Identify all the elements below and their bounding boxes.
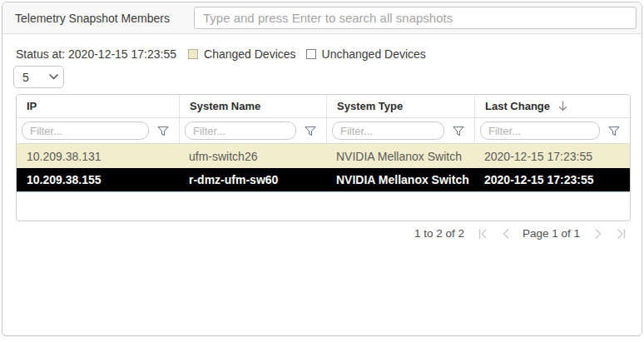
first-page-icon[interactable] xyxy=(477,229,488,239)
next-page-icon[interactable] xyxy=(594,229,602,239)
filter-funnel-icon[interactable] xyxy=(157,126,169,136)
table-filter-row xyxy=(17,118,630,144)
status-row: Status at: 2020-12-15 17:23:55 Changed D… xyxy=(16,47,436,61)
cell-system-name: r-dmz-ufm-sw60 xyxy=(179,173,326,186)
status-timestamp: 2020-12-15 17:23:55 xyxy=(68,47,176,61)
previous-page-icon[interactable] xyxy=(502,229,510,239)
table-header-row: IP System Name System Type Last Change xyxy=(17,95,630,118)
panel-title: Telemetry Snapshot Members xyxy=(15,12,170,25)
status-text: Status at: 2020-12-15 17:23:55 xyxy=(16,47,176,61)
sort-desc-icon xyxy=(558,101,567,112)
column-header-label: System Name xyxy=(190,100,260,112)
legend-unchanged-label: Unchanged Devices xyxy=(322,47,426,61)
table-row-selected[interactable]: 10.209.38.155 r-dmz-ufm-sw60 NVIDIA Mell… xyxy=(17,168,630,192)
cell-system-type: NVIDIA Mellanox Switch xyxy=(326,150,474,163)
page-indicator-text: Page 1 of 1 xyxy=(523,227,580,240)
status-label: Status at: xyxy=(16,47,65,61)
legend-unchanged-devices[interactable]: Unchanged Devices xyxy=(306,47,426,61)
filter-cell-system-type xyxy=(326,118,474,143)
column-header-label: System Type xyxy=(337,100,403,112)
column-header-system-type[interactable]: System Type xyxy=(326,95,474,117)
column-header-label: IP xyxy=(27,100,37,112)
filter-input-system-type[interactable] xyxy=(332,121,444,140)
filter-input-ip[interactable] xyxy=(22,121,149,140)
cell-last-change: 2020-12-15 17:23:55 xyxy=(474,173,630,186)
column-header-label: Last Change xyxy=(485,100,550,112)
cell-system-type: NVIDIA Mellanox Switch xyxy=(326,173,474,186)
cell-last-change: 2020-12-15 17:23:55 xyxy=(474,150,630,163)
unchanged-devices-checkbox-icon[interactable] xyxy=(306,49,316,59)
cell-ip: 10.209.38.155 xyxy=(17,173,179,186)
panel-header: Telemetry Snapshot Members xyxy=(2,2,642,34)
table-row[interactable]: 10.209.38.131 ufm-switch26 NVIDIA Mellan… xyxy=(17,144,630,168)
search-input[interactable] xyxy=(194,7,637,29)
filter-input-system-name[interactable] xyxy=(185,121,296,140)
filter-cell-ip xyxy=(17,118,179,143)
legend-changed-label: Changed Devices xyxy=(204,47,296,61)
last-page-icon[interactable] xyxy=(617,229,627,239)
column-header-ip[interactable]: IP xyxy=(17,95,179,117)
filter-cell-last-change xyxy=(474,118,630,143)
filter-input-last-change[interactable] xyxy=(480,121,600,140)
telemetry-snapshot-panel: Telemetry Snapshot Members Status at: 20… xyxy=(2,2,642,336)
pagination: 1 to 2 of 2 Page 1 of 1 xyxy=(414,227,627,240)
cell-system-name: ufm-switch26 xyxy=(179,150,326,163)
changed-devices-checkbox-icon[interactable] xyxy=(188,49,198,59)
snapshot-members-table: IP System Name System Type Last Change xyxy=(16,94,631,221)
filter-funnel-icon[interactable] xyxy=(608,126,620,136)
column-header-last-change[interactable]: Last Change xyxy=(474,95,630,117)
filter-funnel-icon[interactable] xyxy=(453,126,464,136)
page-size-select[interactable]: 5 xyxy=(13,66,64,88)
legend-changed-devices[interactable]: Changed Devices xyxy=(188,47,296,61)
filter-cell-system-name xyxy=(179,118,326,143)
cell-ip: 10.209.38.131 xyxy=(17,150,179,163)
filter-funnel-icon[interactable] xyxy=(305,126,316,136)
row-range-text: 1 to 2 of 2 xyxy=(414,227,464,240)
column-header-system-name[interactable]: System Name xyxy=(179,95,326,117)
